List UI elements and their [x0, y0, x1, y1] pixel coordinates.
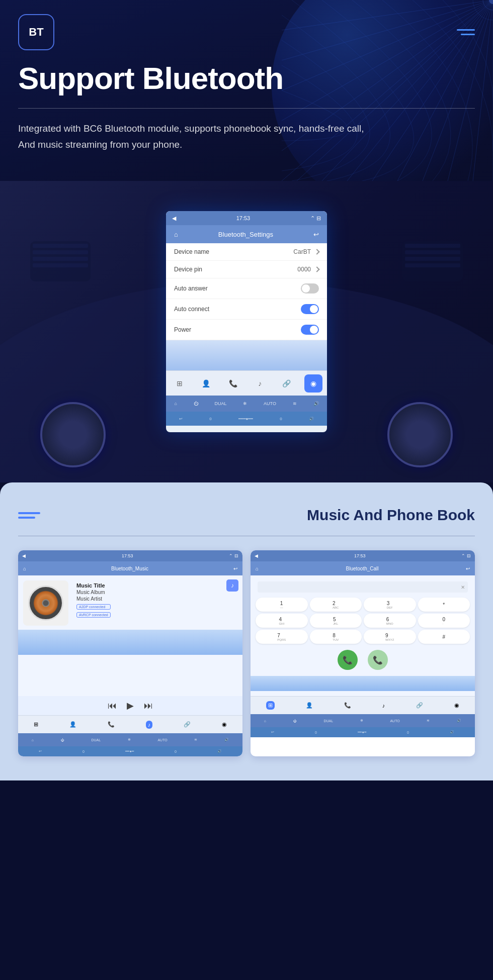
psys-snow: ❄ [360, 719, 363, 723]
screen-decoration [166, 340, 327, 370]
section-header: Music And Phone Book [18, 507, 475, 524]
section-line-1 [18, 512, 40, 514]
mnav-link[interactable]: 🔗 [184, 721, 191, 728]
ctrl-speaker: 🔊 [309, 417, 314, 421]
dial-key-2[interactable]: 2ABC [310, 598, 362, 612]
mnav-person[interactable]: 👤 [69, 721, 76, 728]
pnav-cam[interactable]: ◉ [454, 702, 459, 709]
section-divider [18, 536, 475, 536]
screen-controls-bar: ↩ 0 ━━━●━━ 0 🔊 [166, 412, 327, 426]
device-pin-value: 0000 [297, 266, 311, 273]
music-badges: A2DP connected AVRCP connected [76, 604, 111, 618]
music-home-icon: ⌂ [23, 566, 26, 571]
sys-snowflake: ❄ [243, 401, 247, 406]
second-section: Music And Phone Book ◀ 17:53 ⌃ ⊟ ⌂ Bluet… [0, 482, 493, 780]
music-sys-bar: ⌂ ⏻ DUAL ❄ AUTO ≋ 🔊 [18, 733, 242, 746]
msys-vol: 🔊 [224, 738, 229, 742]
power-label: Power [174, 326, 191, 333]
svg-rect-22 [33, 257, 88, 261]
dial-key-star[interactable]: * [418, 598, 470, 612]
psys-home: ⌂ [264, 719, 266, 723]
svg-rect-20 [33, 244, 88, 248]
play-button[interactable]: ▶ [127, 700, 134, 711]
ctrl-zero2: 0 [280, 417, 282, 421]
power-toggle[interactable] [301, 325, 319, 335]
hero-section: BT Support Bluetooth Integrated with BC6… [0, 0, 493, 482]
pnav-grid[interactable]: ⊞ [266, 701, 275, 710]
mnav-grid[interactable]: ⊞ [34, 721, 38, 728]
mnav-phone[interactable]: 📞 [108, 721, 115, 728]
phone-bg-gradient [251, 676, 475, 691]
music-content: ♪ Music Title Music Album Music Artist A… [18, 575, 242, 696]
back-icon: ↩ [313, 231, 319, 238]
music-status-bar: ◀ 17:53 ⌃ ⊟ [18, 550, 242, 561]
dial-key-hash[interactable]: # [418, 630, 470, 644]
dialpad: 1— 2ABC 3DEF * 4GHI 5JKL 6MNO 0· 7PQRS 8… [254, 596, 472, 646]
nav-music-icon[interactable]: ♪ [251, 374, 269, 393]
dial-key-9[interactable]: 9WXYZ [364, 630, 416, 644]
clear-icon[interactable]: ✕ [461, 584, 465, 590]
pnav-music[interactable]: ♪ [382, 703, 385, 709]
dial-key-0[interactable]: 0· [418, 614, 470, 628]
nav-camera-icon[interactable]: ◉ [304, 374, 322, 393]
music-note-icon: ♪ [226, 579, 238, 592]
sys-dual: DUAL [214, 401, 226, 406]
auto-answer-toggle[interactable] [301, 283, 319, 293]
back-arrow: ◀ [172, 215, 176, 222]
avrcp-badge: AVRCP connected [76, 612, 111, 618]
device-pin-label: Device pin [174, 266, 202, 273]
psys-pwr: ⏻ [293, 719, 297, 723]
dial-key-4[interactable]: 4GHI [256, 614, 308, 628]
dial-key-7[interactable]: 7PQRS [256, 630, 308, 644]
mnav-music[interactable]: ♪ [146, 721, 153, 729]
pnav-person[interactable]: 👤 [306, 702, 313, 709]
pnav-phone[interactable]: 📞 [344, 702, 351, 709]
chevron-icon-2 [314, 266, 319, 272]
prev-button[interactable]: ⏮ [108, 700, 117, 711]
screen-content: Device name CarBT Device pin 0000 Auto a… [166, 243, 327, 370]
music-title: Music Title [76, 582, 111, 589]
next-button[interactable]: ⏭ [144, 700, 153, 711]
dial-key-3[interactable]: 3DEF [364, 598, 416, 612]
mnav-cam[interactable]: ◉ [222, 721, 227, 728]
svg-rect-21 [33, 250, 88, 254]
nav-phone-icon[interactable]: 📞 [224, 374, 242, 393]
dial-key-8[interactable]: 8TUV [310, 630, 362, 644]
auto-connect-label: Auto connect [174, 306, 209, 313]
ctrl-slider: ━━━●━━ [238, 417, 254, 421]
auto-answer-row: Auto answer [166, 278, 327, 299]
psys-fan: ≋ [427, 719, 430, 723]
redial-button[interactable]: 📞 [368, 650, 388, 670]
dial-key-6[interactable]: 6MNO [364, 614, 416, 628]
phone-content: ✕ 1— 2ABC 3DEF * 4GHI 5JKL 6MNO 0· 7PQRS [251, 575, 475, 696]
dial-key-1[interactable]: 1— [256, 598, 308, 612]
power-row: Power [166, 320, 327, 340]
auto-connect-toggle[interactable] [301, 304, 319, 314]
sys-vol: 🔊 [313, 401, 319, 406]
phone-back-arrow: ◀ [255, 553, 258, 558]
auto-answer-label: Auto answer [174, 285, 208, 292]
music-screen-title: Bluetooth_Music [111, 566, 148, 571]
album-art [23, 580, 68, 626]
sys-home: ⌂ [174, 401, 177, 406]
ctrl-zero: 0 [209, 417, 211, 421]
phone-input-bar: ✕ [258, 581, 468, 593]
left-knob [40, 402, 106, 467]
hero-divider [18, 108, 475, 109]
pnav-link[interactable]: 🔗 [416, 702, 423, 709]
call-button[interactable]: 📞 [338, 650, 358, 670]
music-time: 17:53 [122, 553, 133, 558]
hamburger-menu[interactable] [457, 29, 475, 35]
svg-rect-23 [33, 263, 88, 267]
hero-content: Support Bluetooth Integrated with BC6 Bl… [18, 60, 475, 153]
chevron-icon [314, 249, 319, 254]
nav-link-icon[interactable]: 🔗 [278, 374, 296, 393]
section-title: Music And Phone Book [307, 507, 475, 524]
music-row: Music Title Music Album Music Artist A2D… [23, 580, 237, 626]
hero-description: Integrated with BC6 Bluetooth module, su… [18, 121, 475, 153]
nav-person-icon[interactable]: 👤 [197, 374, 215, 393]
phone-screen: ◀ 17:53 ⌃ ⊟ ⌂ Bluetooth_Call ↩ ✕ 1— [251, 550, 475, 756]
dial-key-5[interactable]: 5JKL [310, 614, 362, 628]
nav-grid-icon[interactable]: ⊞ [171, 374, 189, 393]
msys-pwr: ⏻ [61, 738, 64, 742]
